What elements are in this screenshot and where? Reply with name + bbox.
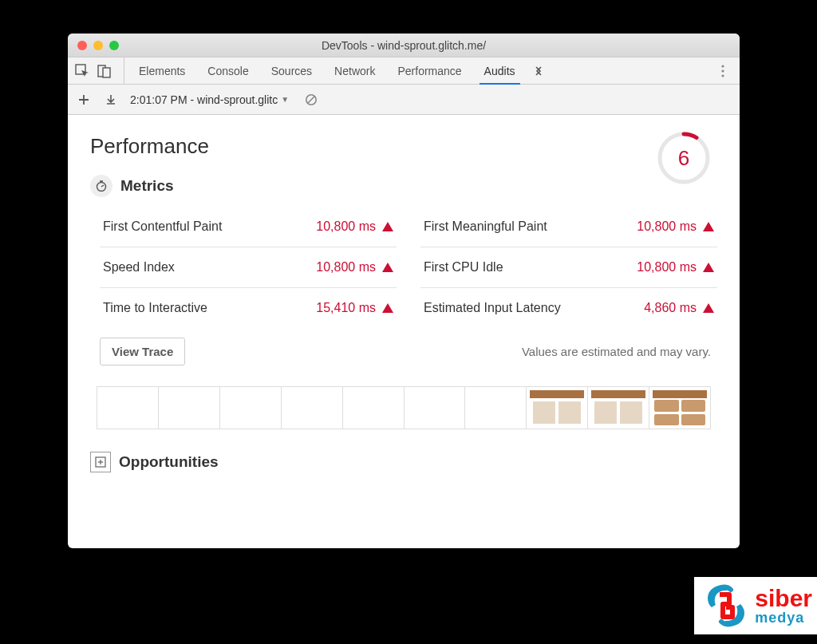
stopwatch-icon: [90, 175, 112, 197]
device-toolbar-icon[interactable]: [97, 63, 112, 79]
devtools-tabs: Elements Console Sources Network Perform…: [68, 57, 740, 85]
metric-fcp: First Contentful Paint 10,800 ms: [100, 207, 397, 247]
warning-icon: [382, 263, 393, 272]
traffic-lights: [68, 41, 119, 50]
metric-label: First Contentful Paint: [103, 219, 222, 234]
estimate-note: Values are estimated and may vary.: [522, 345, 711, 358]
metrics-col-right: First Meaningful Paint 10,800 ms First C…: [420, 207, 717, 328]
metric-value: 15,410 ms: [316, 301, 393, 315]
metric-tti: Time to Interactive 15,410 ms: [100, 287, 397, 328]
chevron-down-icon: ▼: [281, 95, 289, 104]
warning-icon: [382, 303, 393, 313]
tab-sources[interactable]: Sources: [260, 57, 323, 84]
metric-label: First Meaningful Paint: [424, 219, 547, 234]
window-title: DevTools - wind-sprout.glitch.me/: [68, 39, 740, 52]
metric-input-latency: Estimated Input Latency 4,860 ms: [420, 287, 717, 328]
view-trace-button[interactable]: View Trace: [100, 338, 185, 365]
tab-performance[interactable]: Performance: [386, 57, 472, 84]
tab-network[interactable]: Network: [323, 57, 386, 84]
new-audit-icon[interactable]: [76, 92, 92, 108]
warning-icon: [703, 263, 714, 272]
filmstrip-frame: [465, 387, 527, 429]
clear-icon[interactable]: [303, 92, 319, 108]
inspect-element-icon[interactable]: [74, 63, 90, 79]
metric-cpu-idle: First CPU Idle 10,800 ms: [420, 247, 717, 287]
maximize-window-icon[interactable]: [109, 41, 119, 50]
audit-report: Performance 6 Metrics First Contentful P…: [68, 115, 740, 548]
metric-value: 10,800 ms: [316, 260, 393, 275]
close-window-icon[interactable]: [77, 41, 87, 50]
metric-label: Time to Interactive: [103, 301, 207, 315]
metric-value: 10,800 ms: [637, 219, 714, 234]
svg-point-5: [721, 74, 724, 77]
metric-fmp: First Meaningful Paint 10,800 ms: [420, 207, 717, 247]
branding-line1: siber: [755, 587, 812, 610]
filmstrip: [97, 386, 711, 429]
more-tabs-icon[interactable]: [527, 57, 551, 84]
filmstrip-frame: [588, 387, 649, 429]
tab-audits[interactable]: Audits: [473, 57, 527, 84]
minimize-window-icon[interactable]: [93, 41, 103, 50]
tab-elements[interactable]: Elements: [128, 57, 196, 84]
metrics-footer: View Trace Values are estimated and may …: [90, 328, 717, 372]
inspect-tools: [74, 57, 124, 84]
branding-logo: siber medya: [694, 577, 817, 634]
metrics-col-left: First Contentful Paint 10,800 ms Speed I…: [100, 207, 397, 328]
warning-icon: [703, 303, 714, 313]
devtools-window: DevTools - wind-sprout.glitch.me/ Elemen…: [68, 34, 740, 548]
metric-value: 10,800 ms: [637, 260, 714, 275]
report-selector[interactable]: 2:01:07 PM - wind-sprout.glitc ▼: [130, 93, 289, 106]
performance-score-gauge: 6: [657, 131, 711, 185]
metrics-grid: First Contentful Paint 10,800 ms Speed I…: [90, 207, 717, 328]
warning-icon: [703, 222, 714, 231]
siber-logo-icon: [704, 583, 748, 628]
svg-rect-2: [103, 68, 110, 77]
tab-console[interactable]: Console: [196, 57, 259, 84]
metric-value: 4,860 ms: [644, 301, 714, 315]
filmstrip-frame: [159, 387, 220, 429]
report-selector-label: 2:01:07 PM - wind-sprout.glitc: [130, 93, 278, 106]
metric-label: Speed Index: [103, 260, 175, 275]
titlebar: DevTools - wind-sprout.glitch.me/: [68, 34, 740, 57]
filmstrip-frame: [649, 387, 710, 429]
svg-point-4: [721, 69, 724, 72]
devtools-menu-icon[interactable]: [712, 57, 733, 84]
branding-text: siber medya: [755, 587, 812, 625]
audits-toolbar: 2:01:07 PM - wind-sprout.glitc ▼: [68, 85, 740, 115]
filmstrip-frame: [282, 387, 343, 429]
opportunities-icon: [90, 452, 111, 472]
filmstrip-frame: [97, 387, 159, 429]
branding-line2: medya: [755, 610, 812, 625]
filmstrip-frame: [220, 387, 282, 429]
metric-speed-index: Speed Index 10,800 ms: [100, 247, 397, 287]
filmstrip-frame: [405, 387, 466, 429]
opportunities-title: Opportunities: [119, 453, 219, 471]
svg-point-3: [721, 65, 724, 67]
opportunities-section-head: Opportunities: [90, 452, 717, 472]
metrics-section-head: Metrics: [90, 175, 717, 197]
svg-point-8: [660, 134, 708, 182]
metric-value: 10,800 ms: [316, 219, 393, 234]
warning-icon: [382, 222, 393, 231]
filmstrip-frame: [343, 387, 405, 429]
download-report-icon[interactable]: [103, 92, 119, 108]
svg-line-7: [308, 97, 314, 103]
filmstrip-frame: [527, 387, 588, 429]
report-category-title: Performance: [90, 134, 717, 159]
metric-label: First CPU Idle: [424, 260, 503, 275]
metrics-title: Metrics: [120, 177, 174, 195]
metric-label: Estimated Input Latency: [424, 301, 561, 315]
